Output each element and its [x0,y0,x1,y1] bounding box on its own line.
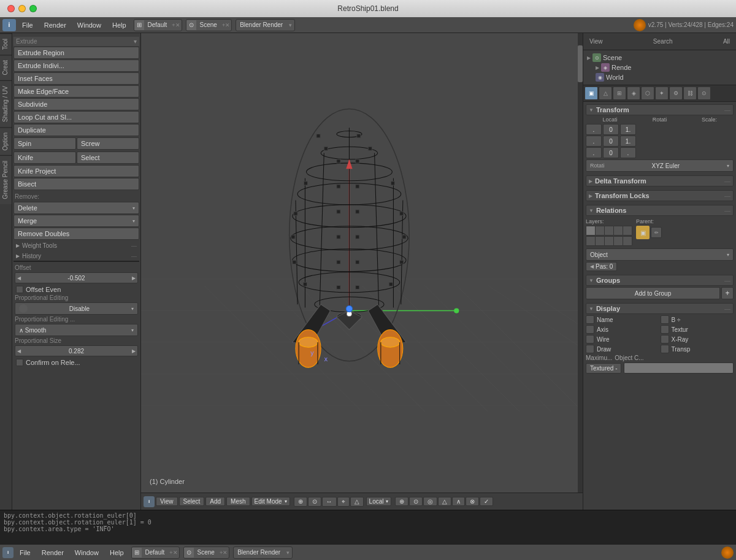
bottom-renderer-segment[interactable]: Blender Render ▾ [233,547,293,559]
vt-local-dropdown[interactable]: Local ▾ [366,497,392,506]
weight-tools-section[interactable]: ▶ Weight Tools — [13,241,139,250]
prop-tab-mod[interactable]: ⊞ [613,86,626,100]
vt-layer1[interactable]: ⊕ [395,497,408,506]
bottom-layout-segment[interactable]: ⊞ Default +✕ [131,547,180,559]
maximize-button[interactable] [29,5,37,12]
vt-select[interactable]: Select [179,497,205,506]
prop-tab-tex[interactable]: ⬡ [641,86,654,100]
vt-mode-dropdown[interactable]: Edit Mode ▾ [251,497,290,506]
merge-btn[interactable]: Merge ▾ [13,215,139,227]
viewport[interactable]: User Persp + [141,33,583,510]
tree-item-world[interactable]: ◉ World [586,72,734,82]
delta-transform-header[interactable]: ▶ Delta Transform — [586,175,734,186]
vt-layer6[interactable]: ⊗ [466,497,479,506]
pas-btn[interactable]: ◀ Pas: 0 [586,262,617,271]
vt-global-icon[interactable]: ⊕ [294,497,307,507]
bottom-menu-file[interactable]: File [15,548,36,558]
vt-manip-icon[interactable]: ↔ [322,497,337,507]
view-btn[interactable]: View [587,37,605,46]
layer-5[interactable] [623,226,632,236]
layer-7[interactable] [595,236,605,246]
display-header[interactable]: ▼ Display — [586,303,734,314]
layer-1[interactable] [586,226,596,236]
layer-9[interactable] [613,236,623,246]
scrollbar-thumb[interactable] [578,45,583,82]
renderer-segment[interactable]: Blender Render ▾ [236,19,295,31]
tab-option[interactable]: Option [0,127,12,155]
tab-grease[interactable]: Grease Pencil [0,155,12,204]
parent-edit-icon[interactable]: ✏ [651,227,662,238]
prop-smooth-dropdown[interactable]: ∧ Smooth ▾ [15,324,138,336]
layer-2[interactable] [595,226,605,236]
tab-tool[interactable]: Tool [0,33,12,55]
menu-help[interactable]: Help [107,20,131,30]
sca-y[interactable]: 1. [620,136,636,147]
vt-prop-icon[interactable]: △ [350,497,364,507]
scene-segment[interactable]: ⊙ Scene +✕ [186,19,232,31]
minimize-button[interactable] [18,5,26,12]
vt-view[interactable]: View [156,497,178,506]
tree-item-render[interactable]: ▶ ◈ Rende [586,63,734,72]
make-edge-face-btn[interactable]: Make Edge/Face [13,85,139,98]
axis-check[interactable] [586,325,594,334]
textured-input[interactable] [624,362,734,374]
prop-tab-part[interactable]: ✦ [655,86,669,100]
viewport-info-icon[interactable]: i [144,496,155,507]
delete-btn[interactable]: Delete ▾ [13,202,139,214]
bisect-btn[interactable]: Bisect [13,178,139,190]
add-group-plus-btn[interactable]: + [721,287,734,299]
bottom-menu-help[interactable]: Help [105,548,129,558]
layer-6[interactable] [586,236,596,246]
textured-btn[interactable]: Textured - [586,363,621,374]
transp-check[interactable] [661,345,669,353]
layer-4[interactable] [613,226,623,236]
all-btn[interactable]: All [721,37,732,46]
spin-btn[interactable]: Spin [13,137,76,150]
sca-z[interactable]: . [620,147,636,158]
loc-y[interactable]: . [586,136,602,147]
duplicate-btn[interactable]: Duplicate [13,124,139,136]
rot-y[interactable]: 0 [603,136,619,147]
prop-tab-constr[interactable]: ⛓ [683,86,697,100]
tab-shading[interactable]: Shading / UV [0,80,12,127]
groups-header[interactable]: ▼ Groups — [586,275,734,286]
b-check[interactable] [661,315,669,324]
layer-8[interactable] [604,236,614,246]
name-check[interactable] [586,315,594,324]
textur-check[interactable] [661,325,669,334]
transform-locks-header[interactable]: ▶ Transform Locks — [586,190,734,201]
knife-btn[interactable]: Knife [13,152,76,164]
prop-tab-phys[interactable]: ⚙ [669,86,683,100]
bottom-menu-window[interactable]: Window [70,548,104,558]
viewport-scrollbar[interactable] [578,33,583,493]
menu-render[interactable]: Render [39,20,71,30]
prop-size-slider[interactable]: ◀ 0.282 ▶ [15,345,138,356]
relations-header[interactable]: ▼ Relations — [586,205,734,216]
loc-x[interactable]: . [586,124,602,135]
rot-z[interactable]: 0 [603,147,619,158]
vt-add[interactable]: Add [205,497,225,506]
sca-x[interactable]: 1. [620,124,636,135]
vt-layer2[interactable]: ⊙ [409,497,423,506]
knife-project-btn[interactable]: Knife Project [13,165,139,177]
remove-doubles-btn[interactable]: Remove Doubles [13,228,139,240]
rot-x[interactable]: 0 [603,124,619,135]
xray-check[interactable] [661,335,669,343]
select-btn[interactable]: Select [77,152,139,164]
wire-check[interactable] [586,335,594,343]
screw-btn[interactable]: Screw [77,137,139,150]
menu-window[interactable]: Window [72,20,106,30]
menu-file[interactable]: File [17,20,38,30]
vt-pivot-icon[interactable]: ⊙ [308,497,321,507]
prop-tab-mesh[interactable]: △ [599,86,612,100]
bottom-menu-render[interactable]: Render [37,548,69,558]
prop-tab-obj[interactable]: ▣ [585,86,598,100]
object-dropdown[interactable]: Object ▾ [586,248,734,261]
history-section[interactable]: ▶ History — [13,251,139,261]
vt-layer7[interactable]: ✓ [480,497,493,506]
offset-even-checkbox[interactable]: Offset Even [15,285,138,294]
vt-snap-icon[interactable]: ⌖ [337,497,350,507]
layout-segment[interactable]: ⊞ Default +✕ [134,19,182,31]
loc-z[interactable]: . [586,147,602,158]
search-btn[interactable]: Search [651,37,675,46]
